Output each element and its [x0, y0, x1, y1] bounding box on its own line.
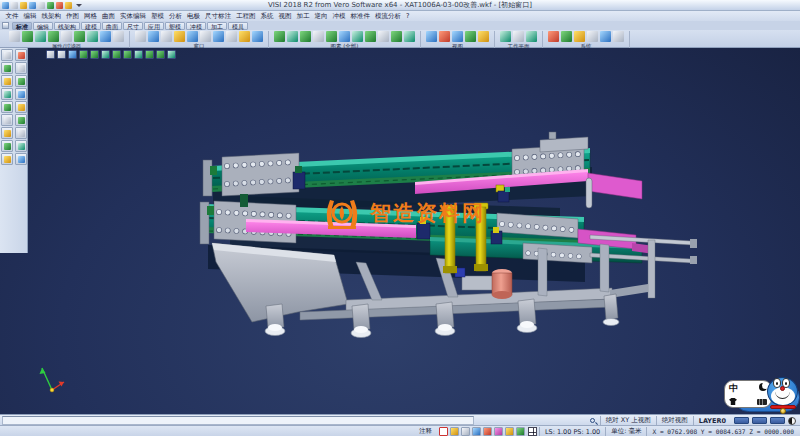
toolbar-icon[interactable] [87, 31, 98, 42]
toolbar-icon[interactable] [587, 31, 598, 42]
menu-die[interactable]: 冲模 [330, 12, 348, 21]
toolbar-toggle-icon[interactable] [2, 22, 9, 29]
left-tool-icon[interactable] [15, 75, 27, 87]
menu-file[interactable]: 文件 [3, 12, 21, 21]
status-icon[interactable] [494, 427, 503, 436]
toolbar-icon[interactable] [274, 31, 285, 42]
toolbar-icon[interactable] [548, 31, 559, 42]
toolbar-icon[interactable] [574, 31, 585, 42]
left-tool-icon[interactable] [15, 153, 27, 165]
left-tool-icon[interactable] [1, 153, 13, 165]
left-tool-icon[interactable] [15, 127, 27, 139]
toolbar-icon[interactable] [365, 31, 376, 42]
menu-view[interactable]: 视图 [276, 12, 294, 21]
ime-toolbar[interactable]: 中 [724, 376, 800, 420]
toolbar-icon[interactable] [35, 31, 46, 42]
toolbar-icon[interactable] [22, 31, 33, 42]
tab-dimension[interactable]: 尺寸 [123, 22, 143, 30]
grid-icon[interactable] [528, 427, 537, 436]
toolbar-icon[interactable] [135, 31, 146, 42]
toolbar-icon[interactable] [600, 31, 611, 42]
tab-machining[interactable]: 加工 [207, 22, 227, 30]
left-tool-icon[interactable] [1, 62, 13, 74]
toolbar-icon[interactable] [113, 31, 124, 42]
menu-drawing[interactable]: 工程图 [234, 12, 259, 21]
toolbar-icon[interactable] [478, 31, 489, 42]
toolbar-icon[interactable] [465, 31, 476, 42]
tab-application[interactable]: 应用 [144, 22, 164, 30]
left-tool-icon[interactable] [15, 140, 27, 152]
toolbar-icon[interactable] [300, 31, 311, 42]
status-view-name[interactable]: 绝对视图 [656, 416, 693, 425]
menu-mould[interactable]: 塑模 [149, 12, 167, 21]
toolbar-icon[interactable] [74, 31, 85, 42]
toolbar-icon[interactable] [391, 31, 402, 42]
left-tool-icon[interactable] [15, 114, 27, 126]
left-tool-icon[interactable] [15, 101, 27, 113]
toolbar-icon[interactable] [100, 31, 111, 42]
toolbar-icon[interactable] [500, 31, 511, 42]
toolbar-icon[interactable] [148, 31, 159, 42]
ime-skin-icon[interactable] [729, 398, 737, 405]
toolbar-icon[interactable] [187, 31, 198, 42]
toolbar-icon[interactable] [513, 31, 524, 42]
status-icon[interactable] [472, 427, 481, 436]
tab-edit[interactable]: 编辑 [33, 22, 53, 30]
ime-mode-button[interactable]: 中 [729, 383, 748, 394]
status-icon[interactable] [516, 427, 525, 436]
menu-help[interactable]: ? [404, 12, 412, 20]
menu-reverse[interactable]: 逆向 [312, 12, 330, 21]
toolbar-icon[interactable] [252, 31, 263, 42]
tab-mould[interactable]: 塑模 [165, 22, 185, 30]
menu-analysis[interactable]: 分析 [167, 12, 185, 21]
left-tool-icon[interactable] [1, 127, 13, 139]
tab-wireframe[interactable]: 线架构 [54, 22, 80, 30]
toolbar-icon[interactable] [339, 31, 350, 42]
toolbar-icon[interactable] [378, 31, 389, 42]
status-icon[interactable] [450, 427, 459, 436]
menu-mesh[interactable]: 网格 [82, 12, 100, 21]
toolbar-icon[interactable] [161, 31, 172, 42]
menu-draw[interactable]: 作图 [64, 12, 82, 21]
menu-electrode[interactable]: 电极 [185, 12, 203, 21]
menu-dimension[interactable]: 尺寸标注 [203, 12, 234, 21]
toolbar-icon[interactable] [439, 31, 450, 42]
left-tool-icon[interactable] [1, 49, 13, 61]
toolbar-icon[interactable] [326, 31, 337, 42]
menu-wireframe[interactable]: 线架构 [39, 12, 64, 21]
toolbar-icon[interactable] [226, 31, 237, 42]
toolbar-icon[interactable] [313, 31, 324, 42]
tab-tooling[interactable]: 模具 [228, 22, 248, 30]
toolbar-icon[interactable] [61, 31, 72, 42]
status-icon[interactable] [461, 427, 470, 436]
viewport-3d[interactable]: 智造资料网 中 [0, 48, 800, 414]
status-icon[interactable] [439, 427, 448, 436]
left-tool-icon[interactable] [1, 114, 13, 126]
tab-standard[interactable]: 标准 [12, 22, 32, 30]
tab-surface[interactable]: 曲面 [102, 22, 122, 30]
menu-machining[interactable]: 加工 [294, 12, 312, 21]
status-icon[interactable] [483, 427, 492, 436]
toolbar-icon[interactable] [613, 31, 624, 42]
left-tool-icon[interactable] [15, 88, 27, 100]
left-tool-icon[interactable] [1, 88, 13, 100]
menu-solid-edit[interactable]: 实体编辑 [118, 12, 149, 21]
toolbar-icon[interactable] [404, 31, 415, 42]
toolbar-icon[interactable] [239, 31, 250, 42]
left-tool-icon[interactable] [15, 62, 27, 74]
left-tool-icon[interactable] [1, 101, 13, 113]
tab-die[interactable]: 冲模 [186, 22, 206, 30]
units-value[interactable]: 毫米 [628, 427, 641, 436]
ime-buttons-panel[interactable]: 中 [724, 380, 772, 408]
status-icon[interactable] [505, 427, 514, 436]
toolbar-icon[interactable] [352, 31, 363, 42]
menu-flow-analysis[interactable]: 模流分析 [373, 12, 404, 21]
toolbar-icon[interactable] [213, 31, 224, 42]
toolbar-icon[interactable] [174, 31, 185, 42]
left-tool-icon[interactable] [1, 140, 13, 152]
menu-surface[interactable]: 曲面 [100, 12, 118, 21]
menu-edit[interactable]: 编辑 [21, 12, 39, 21]
toolbar-icon[interactable] [526, 31, 537, 42]
toolbar-icon[interactable] [287, 31, 298, 42]
search-icon[interactable] [590, 418, 595, 423]
